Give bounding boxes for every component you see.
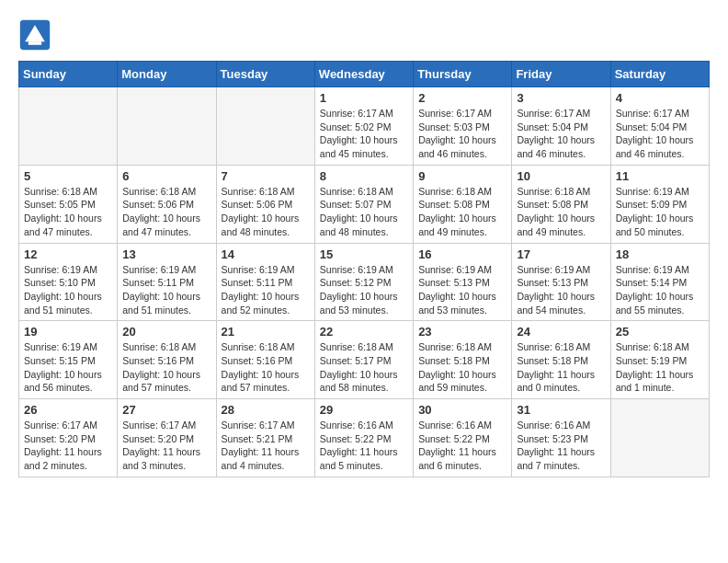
- calendar-cell: 18Sunrise: 6:19 AMSunset: 5:14 PMDayligh…: [610, 243, 709, 321]
- logo-icon: [18, 18, 51, 52]
- week-row-3: 12Sunrise: 6:19 AMSunset: 5:10 PMDayligh…: [19, 243, 710, 321]
- day-info: Sunrise: 6:17 AMSunset: 5:04 PMDaylight:…: [616, 107, 704, 161]
- calendar-cell: 11Sunrise: 6:19 AMSunset: 5:09 PMDayligh…: [610, 165, 709, 243]
- logo: [18, 18, 57, 52]
- calendar-cell: 13Sunrise: 6:19 AMSunset: 5:11 PMDayligh…: [118, 243, 216, 321]
- day-number: 13: [122, 247, 210, 261]
- calendar-cell: 26Sunrise: 6:17 AMSunset: 5:20 PMDayligh…: [19, 399, 118, 477]
- day-info: Sunrise: 6:18 AMSunset: 5:17 PMDaylight:…: [320, 340, 408, 395]
- calendar-cell: 23Sunrise: 6:18 AMSunset: 5:18 PMDayligh…: [414, 321, 512, 399]
- day-number: 7: [222, 169, 310, 183]
- day-number: 3: [517, 91, 605, 105]
- day-number: 11: [616, 169, 704, 183]
- day-number: 9: [418, 169, 506, 183]
- weekday-header-thursday: Thursday: [414, 62, 512, 87]
- calendar-cell: 6Sunrise: 6:18 AMSunset: 5:06 PMDaylight…: [118, 165, 216, 243]
- week-row-5: 26Sunrise: 6:17 AMSunset: 5:20 PMDayligh…: [19, 399, 710, 477]
- day-info: Sunrise: 6:19 AMSunset: 5:09 PMDaylight:…: [616, 185, 704, 239]
- day-number: 5: [24, 169, 112, 183]
- calendar-cell: 9Sunrise: 6:18 AMSunset: 5:08 PMDaylight…: [414, 165, 512, 243]
- day-info: Sunrise: 6:16 AMSunset: 5:22 PMDaylight:…: [320, 419, 408, 473]
- calendar-cell: 22Sunrise: 6:18 AMSunset: 5:17 PMDayligh…: [314, 321, 413, 399]
- week-row-2: 5Sunrise: 6:18 AMSunset: 5:05 PMDaylight…: [19, 165, 710, 243]
- day-number: 8: [320, 169, 408, 183]
- calendar-cell: [19, 87, 118, 166]
- weekday-header-wednesday: Wednesday: [314, 62, 413, 87]
- calendar-cell: [118, 87, 216, 166]
- day-number: 25: [616, 325, 704, 339]
- calendar-cell: 2Sunrise: 6:17 AMSunset: 5:03 PMDaylight…: [414, 87, 512, 166]
- day-info: Sunrise: 6:19 AMSunset: 5:11 PMDaylight:…: [222, 263, 310, 317]
- day-info: Sunrise: 6:17 AMSunset: 5:20 PMDaylight:…: [24, 419, 112, 473]
- calendar-cell: 28Sunrise: 6:17 AMSunset: 5:21 PMDayligh…: [216, 399, 314, 477]
- day-number: 10: [517, 169, 605, 183]
- weekday-header-row: SundayMondayTuesdayWednesdayThursdayFrid…: [19, 62, 710, 87]
- day-number: 22: [320, 325, 408, 339]
- day-info: Sunrise: 6:18 AMSunset: 5:05 PMDaylight:…: [24, 185, 112, 239]
- calendar-cell: 19Sunrise: 6:19 AMSunset: 5:15 PMDayligh…: [19, 321, 118, 399]
- day-number: 16: [418, 247, 506, 261]
- day-info: Sunrise: 6:17 AMSunset: 5:21 PMDaylight:…: [222, 419, 310, 473]
- week-row-1: 1Sunrise: 6:17 AMSunset: 5:02 PMDaylight…: [19, 87, 710, 166]
- day-info: Sunrise: 6:18 AMSunset: 5:06 PMDaylight:…: [222, 185, 310, 239]
- day-info: Sunrise: 6:19 AMSunset: 5:12 PMDaylight:…: [320, 263, 408, 317]
- day-info: Sunrise: 6:18 AMSunset: 5:08 PMDaylight:…: [418, 185, 506, 239]
- day-number: 2: [418, 91, 506, 105]
- page-header: [18, 18, 710, 52]
- calendar-cell: 8Sunrise: 6:18 AMSunset: 5:07 PMDaylight…: [314, 165, 413, 243]
- calendar-cell: [610, 399, 709, 477]
- calendar-cell: 21Sunrise: 6:18 AMSunset: 5:16 PMDayligh…: [216, 321, 314, 399]
- day-number: 28: [222, 403, 310, 417]
- day-info: Sunrise: 6:19 AMSunset: 5:11 PMDaylight:…: [122, 263, 210, 317]
- calendar-cell: 7Sunrise: 6:18 AMSunset: 5:06 PMDaylight…: [216, 165, 314, 243]
- day-number: 31: [517, 403, 605, 417]
- day-number: 1: [320, 91, 408, 105]
- calendar-cell: 10Sunrise: 6:18 AMSunset: 5:08 PMDayligh…: [512, 165, 610, 243]
- day-info: Sunrise: 6:17 AMSunset: 5:03 PMDaylight:…: [418, 107, 506, 161]
- calendar-cell: 30Sunrise: 6:16 AMSunset: 5:22 PMDayligh…: [414, 399, 512, 477]
- day-number: 15: [320, 247, 408, 261]
- day-info: Sunrise: 6:18 AMSunset: 5:07 PMDaylight:…: [320, 185, 408, 239]
- day-info: Sunrise: 6:18 AMSunset: 5:18 PMDaylight:…: [418, 340, 506, 395]
- day-info: Sunrise: 6:16 AMSunset: 5:23 PMDaylight:…: [517, 419, 605, 473]
- day-info: Sunrise: 6:18 AMSunset: 5:08 PMDaylight:…: [517, 185, 605, 239]
- calendar-cell: 14Sunrise: 6:19 AMSunset: 5:11 PMDayligh…: [216, 243, 314, 321]
- weekday-header-tuesday: Tuesday: [216, 62, 314, 87]
- day-number: 18: [616, 247, 704, 261]
- weekday-header-friday: Friday: [512, 62, 610, 87]
- day-number: 24: [517, 325, 605, 339]
- day-info: Sunrise: 6:19 AMSunset: 5:10 PMDaylight:…: [24, 263, 112, 317]
- calendar-cell: 1Sunrise: 6:17 AMSunset: 5:02 PMDaylight…: [314, 87, 413, 166]
- calendar-cell: 31Sunrise: 6:16 AMSunset: 5:23 PMDayligh…: [512, 399, 610, 477]
- svg-rect-2: [28, 41, 41, 45]
- day-info: Sunrise: 6:18 AMSunset: 5:18 PMDaylight:…: [517, 340, 605, 395]
- calendar-cell: 15Sunrise: 6:19 AMSunset: 5:12 PMDayligh…: [314, 243, 413, 321]
- calendar-cell: 16Sunrise: 6:19 AMSunset: 5:13 PMDayligh…: [414, 243, 512, 321]
- weekday-header-monday: Monday: [118, 62, 216, 87]
- day-info: Sunrise: 6:18 AMSunset: 5:16 PMDaylight:…: [122, 340, 210, 395]
- calendar-cell: 25Sunrise: 6:18 AMSunset: 5:19 PMDayligh…: [610, 321, 709, 399]
- day-number: 26: [24, 403, 112, 417]
- calendar-cell: 4Sunrise: 6:17 AMSunset: 5:04 PMDaylight…: [610, 87, 709, 166]
- day-info: Sunrise: 6:19 AMSunset: 5:15 PMDaylight:…: [24, 340, 112, 395]
- day-info: Sunrise: 6:18 AMSunset: 5:16 PMDaylight:…: [222, 340, 310, 395]
- calendar-cell: 3Sunrise: 6:17 AMSunset: 5:04 PMDaylight…: [512, 87, 610, 166]
- week-row-4: 19Sunrise: 6:19 AMSunset: 5:15 PMDayligh…: [19, 321, 710, 399]
- weekday-header-saturday: Saturday: [610, 62, 709, 87]
- calendar-cell: 12Sunrise: 6:19 AMSunset: 5:10 PMDayligh…: [19, 243, 118, 321]
- day-number: 17: [517, 247, 605, 261]
- day-number: 14: [222, 247, 310, 261]
- calendar-cell: [216, 87, 314, 166]
- day-number: 12: [24, 247, 112, 261]
- day-number: 20: [122, 325, 210, 339]
- day-info: Sunrise: 6:18 AMSunset: 5:19 PMDaylight:…: [616, 340, 704, 395]
- day-number: 21: [222, 325, 310, 339]
- day-number: 6: [122, 169, 210, 183]
- calendar-table: SundayMondayTuesdayWednesdayThursdayFrid…: [18, 61, 710, 477]
- calendar-cell: 24Sunrise: 6:18 AMSunset: 5:18 PMDayligh…: [512, 321, 610, 399]
- day-number: 29: [320, 403, 408, 417]
- calendar-cell: 29Sunrise: 6:16 AMSunset: 5:22 PMDayligh…: [314, 399, 413, 477]
- day-info: Sunrise: 6:16 AMSunset: 5:22 PMDaylight:…: [418, 419, 506, 473]
- day-number: 4: [616, 91, 704, 105]
- day-info: Sunrise: 6:17 AMSunset: 5:20 PMDaylight:…: [122, 419, 210, 473]
